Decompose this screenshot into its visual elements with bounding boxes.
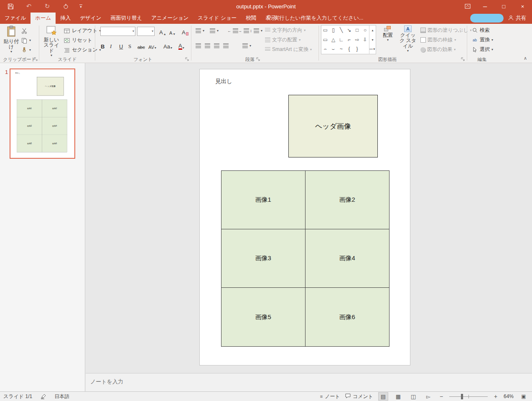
shape-fill-button[interactable]: 図形の塗りつぶし ▾: [419, 26, 473, 35]
paste-button[interactable]: 貼り付け ▾: [3, 25, 20, 53]
undo-icon[interactable]: ↶: [24, 2, 33, 11]
shape-triangle[interactable]: △: [330, 36, 337, 43]
quick-styles-button[interactable]: A クイック スタイル ▾: [398, 25, 418, 53]
shape-vertical-text-box[interactable]: ▯: [330, 26, 337, 34]
save-icon[interactable]: [6, 2, 15, 11]
arrange-button[interactable]: 配置 ▾: [379, 25, 397, 42]
strikethrough-button[interactable]: abc: [136, 41, 146, 50]
justify-button[interactable]: [221, 41, 230, 50]
tab-slideshow[interactable]: スライド ショー: [193, 13, 241, 24]
clipboard-dialog-launcher-icon[interactable]: [33, 57, 38, 62]
zoom-in-button[interactable]: +: [493, 393, 499, 400]
close-button[interactable]: ×: [513, 0, 532, 13]
slide-sorter-view-button[interactable]: ▦: [393, 392, 403, 401]
shape-arc[interactable]: ⌢: [322, 45, 329, 53]
table-cell-image5[interactable]: 画像5: [221, 288, 305, 346]
align-center-button[interactable]: [203, 41, 212, 50]
columns-button[interactable]: ▾: [241, 41, 253, 50]
account-name-redacted[interactable]: [470, 14, 504, 23]
grow-font-button[interactable]: A▲: [158, 27, 168, 36]
shape-rectangle[interactable]: □: [354, 26, 361, 34]
slide-thumbnail-1[interactable]: 見出し ヘッダ画像 画像1 画像2 画像3 画像4 画像5 画像6: [10, 69, 75, 159]
shape-text-box[interactable]: ▭: [322, 26, 329, 34]
shape-freeform[interactable]: ~: [338, 45, 345, 53]
tab-file[interactable]: ファイル: [0, 13, 31, 24]
copy-button[interactable]: ▾: [19, 36, 33, 45]
collapse-ribbon-icon[interactable]: ∧: [524, 56, 527, 61]
shape-block-arrow-down[interactable]: ⇩: [361, 36, 369, 43]
replace-button[interactable]: ab 置換 ▾: [470, 36, 495, 44]
section-button[interactable]: セクション ▾: [62, 46, 102, 54]
ribbon-display-options-icon[interactable]: [460, 0, 476, 13]
zoom-slider[interactable]: [449, 392, 488, 401]
format-painter-button[interactable]: ▾: [19, 46, 33, 54]
shape-outline-button[interactable]: 図形の枠線 ▾: [419, 36, 458, 44]
table-cell-image6[interactable]: 画像6: [305, 288, 389, 346]
shrink-font-button[interactable]: A▼: [168, 27, 177, 36]
share-button[interactable]: 共有: [508, 13, 526, 24]
tab-home[interactable]: ホーム: [31, 13, 56, 24]
drawing-dialog-launcher-icon[interactable]: [461, 57, 466, 62]
table-cell-image3[interactable]: 画像3: [221, 229, 305, 288]
change-case-button[interactable]: Aa▾: [162, 41, 173, 50]
text-shadow-button[interactable]: S: [127, 41, 132, 50]
slide-1[interactable]: 見出し ヘッダ画像 画像1 画像2 画像3 画像4 画像5 画像6: [199, 69, 410, 365]
comments-toggle-button[interactable]: コメント: [345, 393, 373, 400]
touch-mode-icon[interactable]: [61, 2, 70, 11]
fit-slide-to-window-button[interactable]: ▣: [519, 392, 529, 401]
bold-button[interactable]: B: [99, 41, 106, 50]
tab-review[interactable]: 校閲: [241, 13, 261, 24]
table-cell-image4[interactable]: 画像4: [305, 229, 389, 288]
minimize-button[interactable]: ─: [476, 0, 494, 13]
numbering-button[interactable]: ▾: [208, 26, 220, 35]
slideshow-view-button[interactable]: ▻: [423, 392, 433, 401]
maximize-button[interactable]: □: [494, 0, 513, 13]
notes-toggle-button[interactable]: ≡ ノート: [320, 393, 340, 400]
shape-effects-button[interactable]: 図形の効果 ▾: [419, 45, 457, 54]
bullets-button[interactable]: ▾: [194, 26, 206, 35]
tell-me-box[interactable]: 実行したい作業を入力してください...: [266, 13, 363, 24]
gallery-more-icon[interactable]: ▾: [369, 44, 376, 54]
shape-oval[interactable]: ○: [361, 26, 369, 34]
underline-button[interactable]: U: [118, 41, 124, 50]
layout-button[interactable]: レイアウト ▾: [62, 26, 102, 35]
reading-view-button[interactable]: ◫: [408, 392, 418, 401]
zoom-out-button[interactable]: −: [438, 393, 444, 400]
new-slide-button[interactable]: 新しいスライド ▾: [42, 25, 61, 57]
cut-button[interactable]: [19, 26, 29, 35]
language-indicator[interactable]: 日本語: [54, 393, 69, 400]
tab-animations[interactable]: アニメーション: [147, 13, 193, 24]
convert-smartart-button[interactable]: SmartArt に変換 ▾: [263, 45, 313, 54]
spell-check-icon[interactable]: [41, 394, 46, 399]
normal-view-button[interactable]: ▤: [378, 392, 388, 401]
find-button[interactable]: 検索: [470, 26, 491, 35]
select-button[interactable]: 選択 ▾: [470, 45, 495, 54]
tab-transitions[interactable]: 画面切り替え: [106, 13, 147, 24]
shape-block-arrow-right[interactable]: ⇨: [354, 36, 361, 43]
slide-heading-text[interactable]: 見出し: [215, 78, 232, 85]
shape-line[interactable]: ╲: [338, 26, 345, 34]
tab-design[interactable]: デザイン: [75, 13, 106, 24]
zoom-slider-thumb[interactable]: [461, 394, 463, 399]
gallery-scroll-down-icon[interactable]: ▾: [369, 35, 376, 45]
align-right-button[interactable]: [212, 41, 221, 50]
clear-formatting-button[interactable]: A: [181, 27, 190, 36]
tab-insert[interactable]: 挿入: [56, 13, 75, 24]
table-cell-image1[interactable]: 画像1: [221, 171, 305, 229]
paragraph-dialog-launcher-icon[interactable]: [256, 57, 261, 62]
customize-qat-icon[interactable]: ▾: [79, 5, 82, 8]
zoom-percentage[interactable]: 64%: [504, 393, 514, 399]
line-spacing-button[interactable]: ↕▾: [248, 26, 264, 35]
align-left-button[interactable]: [194, 41, 203, 50]
shape-curve[interactable]: ⌣: [330, 45, 337, 53]
gallery-scroll-up-icon[interactable]: ▴: [369, 25, 376, 35]
shape-left-brace[interactable]: {: [346, 45, 353, 53]
shape-elbow-connector[interactable]: ⌐: [346, 36, 353, 43]
reset-button[interactable]: リセット: [62, 36, 94, 45]
font-color-button[interactable]: A▾: [177, 41, 186, 50]
shape-right-brace[interactable]: }: [354, 45, 361, 53]
shape-right-angle[interactable]: ∟: [338, 36, 345, 43]
redo-icon[interactable]: ↻: [43, 2, 52, 11]
shape-rounded-rectangle[interactable]: ▭: [322, 36, 329, 43]
font-dialog-launcher-icon[interactable]: [185, 57, 190, 62]
